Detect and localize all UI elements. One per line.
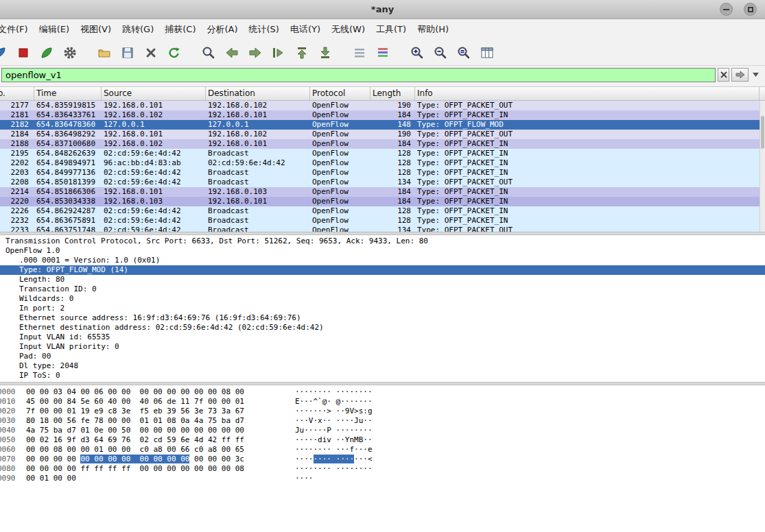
menu-capture[interactable]: 捕获(C) xyxy=(159,23,201,36)
column-header-src[interactable]: Source xyxy=(102,87,206,100)
find-packet-button[interactable] xyxy=(200,45,217,61)
menu-tools[interactable]: 工具(T) xyxy=(370,23,412,36)
cell-info: Type: OFPT_PACKET_OUT xyxy=(415,101,760,110)
auto-scroll-button[interactable] xyxy=(351,45,368,61)
hex-bytes: 4a 75 ba d7 01 0e 00 50 00 00 00 00 00 0… xyxy=(26,426,295,435)
packet-row-2208[interactable]: 2208654.85018139902:cd:59:6e:4d:42Broadc… xyxy=(0,178,760,187)
capture-options-button[interactable] xyxy=(62,45,78,61)
packet-row-2214[interactable]: 2214654.851866306192.168.0.101192.168.0.… xyxy=(0,187,760,197)
go-last-button[interactable] xyxy=(317,45,333,61)
menu-wireless[interactable]: 无线(W) xyxy=(326,23,370,36)
go-first-button[interactable] xyxy=(294,45,310,61)
packet-row-2203[interactable]: 2203654.84997713602:cd:59:6e:4d:42Broadc… xyxy=(0,168,760,178)
menu-view[interactable]: 视图(V) xyxy=(75,23,117,36)
ascii-segment: ···V·x·· ····Ju·· xyxy=(295,416,373,425)
filter-dropdown-button[interactable] xyxy=(751,68,761,82)
colorize-button[interactable] xyxy=(375,45,391,61)
window-title: *any xyxy=(371,4,394,14)
resize-columns-button[interactable] xyxy=(479,45,495,61)
reload-button[interactable] xyxy=(166,45,183,61)
packet-row-2182[interactable]: 2182654.836478360127.0.0.1127.0.0.1OpenF… xyxy=(0,120,760,130)
packet-row-2226[interactable]: 2226654.86292428702:cd:59:6e:4d:42Broadc… xyxy=(0,206,760,216)
cell-time: 654.850181399 xyxy=(34,178,102,187)
menu-statistics[interactable]: 统计(S) xyxy=(244,23,285,36)
hex-row-0010[interactable]: 001045 00 00 84 5e 60 40 00 40 06 de 11 … xyxy=(0,397,765,407)
detail-line[interactable]: Dl type: 2048 xyxy=(0,361,765,371)
detail-line[interactable]: .000 0001 = Version: 1.0 (0x01) xyxy=(0,256,765,265)
go-back-button[interactable] xyxy=(224,45,240,61)
detail-line[interactable]: In port: 2 xyxy=(0,304,765,313)
cell-dst: Broadcast xyxy=(206,149,310,158)
detail-line[interactable]: OpenFlow 1.0 xyxy=(0,246,765,256)
reload-icon xyxy=(167,46,181,60)
detail-line[interactable]: Pad: 00 xyxy=(0,352,765,361)
maximize-button[interactable] xyxy=(744,3,757,16)
detail-line[interactable]: Ethernet destination address: 02:cd:59:6… xyxy=(0,323,765,332)
menu-analyze[interactable]: 分析(A) xyxy=(201,23,243,36)
menu-go[interactable]: 跳转(G) xyxy=(117,23,159,36)
hex-row-0020[interactable]: 00207f 00 00 01 19 e9 c8 3e f5 eb 39 56 … xyxy=(0,407,765,416)
packet-row-2195[interactable]: 2195654.84826263902:cd:59:6e:4d:42Broadc… xyxy=(0,149,760,158)
packet-row-2202[interactable]: 2202654.84989497196:ac:bb:d4:83:ab02:cd:… xyxy=(0,158,760,168)
zoom-out-icon xyxy=(434,46,447,60)
column-header-dst[interactable]: Destination xyxy=(206,87,310,100)
hex-segment: 4a 75 ba d7 01 0e 00 50 00 00 00 00 00 0… xyxy=(26,426,244,435)
capture-start-button[interactable] xyxy=(0,45,8,61)
column-header-info[interactable]: Info xyxy=(415,87,760,100)
detail-line[interactable]: Wildcards: 0 xyxy=(0,294,765,304)
go-to-packet-button[interactable] xyxy=(270,45,287,61)
packet-row-2184[interactable]: 2184654.836498292192.168.0.101192.168.0.… xyxy=(0,130,760,139)
menu-telephony[interactable]: 电话(Y) xyxy=(285,23,326,36)
menu-file[interactable]: 文件(F) xyxy=(0,23,34,36)
packet-list-scrollbar[interactable] xyxy=(760,101,765,232)
column-header-time[interactable]: Time xyxy=(34,87,102,100)
packet-row-2220[interactable]: 2220654.853034338192.168.0.103192.168.0.… xyxy=(0,197,760,206)
hex-row-0040[interactable]: 00404a 75 ba d7 01 0e 00 50 00 00 00 00 … xyxy=(0,426,765,435)
packet-row-2188[interactable]: 2188654.837100680192.168.0.102192.168.0.… xyxy=(0,139,760,149)
scrollbar-thumb[interactable] xyxy=(761,116,764,149)
column-header-len[interactable]: Length xyxy=(370,87,415,100)
detail-line-selected[interactable]: Type: OFPT_FLOW_MOD (14) xyxy=(0,265,765,275)
hex-row-0080[interactable]: 008000 00 00 00 ff ff ff ff 00 00 00 00 … xyxy=(0,464,765,474)
cell-time: 654.853034338 xyxy=(34,197,102,206)
detail-line[interactable]: Input VLAN priority: 0 xyxy=(0,342,765,352)
column-header-no[interactable]: No. xyxy=(0,87,34,100)
go-forward-button[interactable] xyxy=(247,45,263,61)
detail-line[interactable]: Input VLAN id: 65535 xyxy=(0,332,765,342)
hex-row-0060[interactable]: 006000 00 08 00 00 01 00 00 c0 a8 00 66 … xyxy=(0,445,765,455)
packet-row-2233[interactable]: 2233654.86375174802:cd:59:6e:4d:42Broadc… xyxy=(0,226,760,232)
packet-row-2177[interactable]: 2177654.835919815192.168.0.101192.168.0.… xyxy=(0,101,760,110)
display-filter-input[interactable] xyxy=(1,68,716,82)
cell-proto: OpenFlow xyxy=(310,130,370,139)
hex-row-0030[interactable]: 003080 18 00 56 fe 78 00 00 01 01 08 0a … xyxy=(0,416,765,426)
detail-line[interactable]: Ethernet source address: 16:9f:d3:64:69:… xyxy=(0,313,765,323)
detail-line[interactable]: Length: 80 xyxy=(0,275,765,285)
hex-row-0000[interactable]: 000000 00 03 04 00 06 00 00 00 00 00 00 … xyxy=(0,387,765,397)
packet-row-2232[interactable]: 2232654.86367589102:cd:59:6e:4d:42Broadc… xyxy=(0,216,760,226)
filter-apply-button[interactable] xyxy=(731,68,749,82)
minimize-button[interactable] xyxy=(720,3,733,16)
zoom-original-button[interactable] xyxy=(456,45,472,61)
detail-line[interactable]: Transmission Control Protocol, Src Port:… xyxy=(0,237,765,246)
ascii-segment: Ju·····P ········ xyxy=(295,426,373,435)
filter-clear-button[interactable] xyxy=(718,68,729,82)
capture-restart-button[interactable] xyxy=(38,45,55,61)
file-open-button[interactable] xyxy=(96,45,113,61)
packet-row-2181[interactable]: 2181654.836433761192.168.0.102192.168.0.… xyxy=(0,110,760,120)
cell-dst: 127.0.0.1 xyxy=(206,120,310,130)
packet-details-pane: Transmission Control Protocol, Src Port:… xyxy=(0,235,765,382)
file-close-button[interactable] xyxy=(143,45,159,61)
cell-time: 654.849977136 xyxy=(34,168,102,178)
hex-row-0070[interactable]: 007000 00 00 00 00 00 00 00 00 00 00 00 … xyxy=(0,455,765,464)
zoom-out-button[interactable] xyxy=(432,45,449,61)
hex-row-0090[interactable]: 009000 01 00 00···· xyxy=(0,474,765,483)
hex-row-0050[interactable]: 005000 02 16 9f d3 64 69 76 02 cd 59 6e … xyxy=(0,435,765,445)
zoom-in-button[interactable] xyxy=(409,45,425,61)
file-save-button[interactable] xyxy=(119,45,136,61)
column-header-proto[interactable]: Protocol xyxy=(310,87,370,100)
detail-line[interactable]: IP ToS: 0 xyxy=(0,371,765,380)
menu-help[interactable]: 帮助(H) xyxy=(412,23,454,36)
detail-line[interactable]: Transaction ID: 0 xyxy=(0,285,765,294)
capture-stop-button[interactable] xyxy=(15,45,32,61)
menu-edit[interactable]: 编辑(E) xyxy=(34,23,75,36)
